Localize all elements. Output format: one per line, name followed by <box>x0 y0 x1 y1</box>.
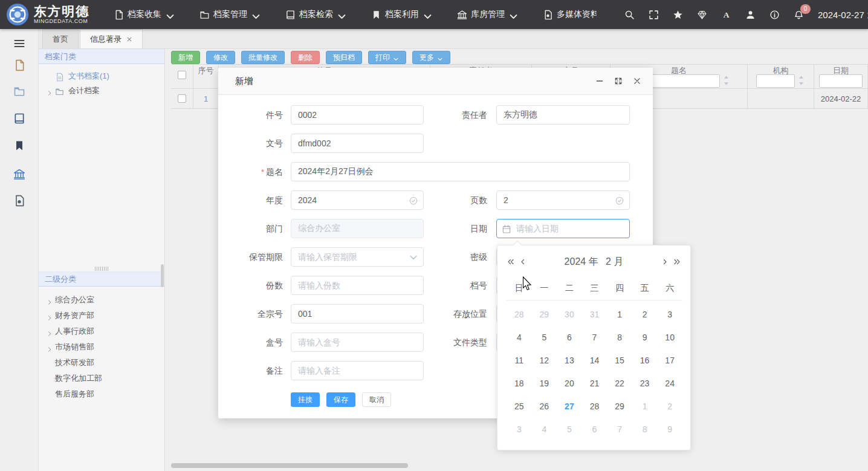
row-cell-seq[interactable]: 1 <box>193 89 219 108</box>
add-button[interactable]: 新增 <box>171 51 200 64</box>
calendar-day[interactable]: 2 <box>632 303 658 326</box>
rail-archive-collect-icon[interactable] <box>13 59 25 71</box>
menu-archive-use[interactable]: 档案利用 <box>371 9 429 20</box>
calendar-day[interactable]: 3 <box>657 303 682 326</box>
logo[interactable]: 东方明德 MINGDEDATA.COM <box>0 3 104 26</box>
menu-archive-collect[interactable]: 档案收集 <box>114 9 172 20</box>
box-number-input[interactable] <box>291 333 424 352</box>
calendar-day[interactable]: 25 <box>507 395 532 418</box>
sort-icon[interactable] <box>722 75 730 88</box>
search-icon[interactable] <box>624 10 635 20</box>
calendar-day[interactable]: 11 <box>507 349 532 372</box>
year-input[interactable] <box>291 190 424 210</box>
tab-首页[interactable]: 首页 <box>42 29 79 48</box>
favorite-icon[interactable] <box>673 10 683 20</box>
category-item-4[interactable]: 市场销售部 <box>39 340 164 354</box>
calendar-day[interactable]: 1 <box>607 303 632 326</box>
calendar-day[interactable]: 6 <box>557 326 582 349</box>
calendar-year[interactable]: 2024 年 <box>565 256 598 267</box>
pages-input[interactable] <box>496 190 630 210</box>
category-item-1[interactable]: 综合办公室 <box>39 293 164 307</box>
rail-storeroom-icon[interactable] <box>13 168 25 180</box>
menu-archive-search[interactable]: 档案检索 <box>285 9 343 20</box>
next-year-icon[interactable] <box>673 258 681 265</box>
calendar-day-today[interactable]: 27 <box>557 395 582 418</box>
calendar-day[interactable]: 4 <box>507 326 532 349</box>
chevron-right-icon[interactable] <box>47 297 53 303</box>
department-input[interactable] <box>291 219 424 238</box>
rail-archive-search-icon[interactable] <box>13 112 25 125</box>
document-number-input[interactable] <box>291 134 424 153</box>
calendar-day[interactable]: 18 <box>507 372 532 395</box>
minimize-icon[interactable] <box>595 77 604 85</box>
fonds-number-input[interactable] <box>291 304 424 323</box>
calendar-day[interactable]: 6 <box>582 418 607 441</box>
calendar-day[interactable]: 20 <box>557 372 582 395</box>
close-icon[interactable] <box>633 77 641 85</box>
calendar-day[interactable]: 5 <box>557 418 582 441</box>
calendar-day[interactable]: 29 <box>532 303 557 326</box>
calendar-day[interactable]: 22 <box>607 372 632 395</box>
cancel-button[interactable]: 取消 <box>362 392 391 407</box>
calendar-day[interactable]: 28 <box>507 303 532 326</box>
panel-splitter[interactable] <box>39 265 164 271</box>
calendar-day[interactable]: 28 <box>582 395 607 418</box>
calendar-day[interactable]: 9 <box>657 418 682 441</box>
date-input[interactable] <box>496 219 630 238</box>
calendar-day[interactable]: 16 <box>632 349 658 372</box>
attach-button[interactable]: 挂接 <box>291 392 320 407</box>
menu-archive-manage[interactable]: 档案管理 <box>199 9 257 20</box>
delete-button[interactable]: 删除 <box>291 51 320 64</box>
row-checkbox[interactable] <box>178 94 186 103</box>
retention-period-input[interactable] <box>291 247 424 267</box>
remarks-input[interactable] <box>291 361 424 380</box>
notifications-bell-icon[interactable]: 0 <box>794 10 804 20</box>
calendar-day[interactable]: 17 <box>657 349 682 372</box>
title-input[interactable] <box>291 162 630 181</box>
category-item-3[interactable]: 人事行政部 <box>39 325 164 338</box>
category-item-5[interactable]: 技术研发部 <box>39 356 164 369</box>
calendar-day[interactable]: 15 <box>607 349 632 372</box>
dialog-header[interactable]: 新增 <box>218 68 653 95</box>
calendar-day[interactable]: 8 <box>632 418 658 441</box>
menu-storeroom-manage[interactable]: 库房管理 <box>457 9 515 20</box>
calendar-day[interactable]: 10 <box>657 326 682 349</box>
horizontal-scrollbar-thumb[interactable] <box>171 463 408 468</box>
calendar-day[interactable]: 26 <box>532 395 557 418</box>
calendar-day[interactable]: 3 <box>507 418 532 441</box>
tab-close-icon[interactable] <box>126 36 132 42</box>
calendar-day[interactable]: 29 <box>607 395 632 418</box>
chevron-right-icon[interactable] <box>47 313 53 319</box>
calendar-day[interactable]: 1 <box>632 395 658 418</box>
calendar-day[interactable]: 12 <box>532 349 557 372</box>
chevron-right-icon[interactable] <box>47 344 53 350</box>
batch-edit-button[interactable]: 批量修改 <box>241 51 285 64</box>
tree-item-2[interactable]: 会计档案 <box>39 84 164 97</box>
calendar-day[interactable]: 7 <box>582 326 607 349</box>
calendar-day[interactable]: 5 <box>532 326 557 349</box>
save-button[interactable]: 保存 <box>326 392 355 407</box>
calendar-day[interactable]: 24 <box>657 372 682 395</box>
copies-input[interactable] <box>291 276 424 295</box>
calendar-day[interactable]: 31 <box>582 303 607 326</box>
calendar-day[interactable]: 21 <box>582 372 607 395</box>
category-item-6[interactable]: 数字化加工部 <box>39 372 164 385</box>
maximize-icon[interactable] <box>614 77 623 85</box>
calendar-day[interactable]: 30 <box>557 303 582 326</box>
calendar-day[interactable]: 8 <box>607 326 632 349</box>
rail-archive-manage-icon[interactable] <box>13 85 25 97</box>
calendar-day[interactable]: 14 <box>582 349 607 372</box>
item-number-input[interactable] <box>291 105 424 125</box>
menu-multimedia[interactable]: 多媒体资料 <box>543 9 597 20</box>
print-button[interactable]: 打印 <box>368 51 406 64</box>
category-item-7[interactable]: 售后服务部 <box>39 388 164 401</box>
filter-input-date[interactable] <box>819 74 863 88</box>
edit-button[interactable]: 修改 <box>206 51 235 64</box>
calendar-month[interactable]: 2 月 <box>606 256 623 267</box>
fullscreen-icon[interactable] <box>649 10 659 20</box>
tree-item-1[interactable]: 文书档案(1) <box>39 70 164 83</box>
profile-icon[interactable] <box>745 10 756 20</box>
more-button[interactable]: 更多 <box>412 51 450 64</box>
calendar-day[interactable]: 19 <box>532 372 557 395</box>
sort-icon[interactable] <box>797 75 805 88</box>
